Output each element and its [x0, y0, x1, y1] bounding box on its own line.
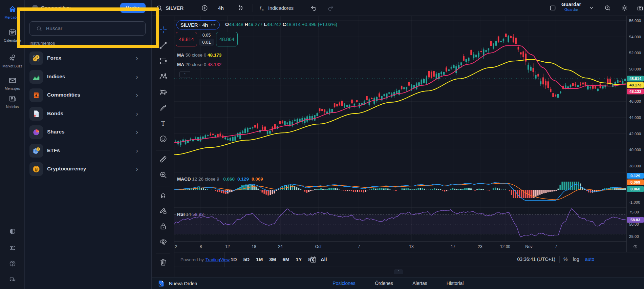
axis-settings-icon[interactable] [632, 244, 638, 250]
ma20-legend[interactable]: MA 20 close 0 48.132 [177, 62, 221, 67]
emoji-tool-button[interactable] [157, 133, 169, 145]
tab-posiciones[interactable]: Posiciones [332, 281, 356, 286]
rsi-legend[interactable]: RSI 14 58.83 [177, 212, 204, 217]
zoomin-tool-button[interactable] [157, 169, 169, 181]
sidebar-item-mensajes[interactable]: Mensajes [0, 76, 25, 90]
legend-collapse-button[interactable]: ⌃ [179, 71, 190, 78]
undo-button[interactable] [310, 0, 317, 16]
magnet-tool-button[interactable] [157, 189, 169, 201]
new-order-button[interactable]: Nueva Orden [157, 280, 197, 287]
indicators-button[interactable]: fx Indicadores [259, 0, 294, 16]
sidebar-item-calendario[interactable]: Calendario [0, 28, 25, 42]
instrument-row-commodities[interactable]: Commodities› [25, 88, 152, 105]
symbol-legend[interactable]: SILVER · 4h ••• [176, 20, 220, 29]
range-button-all[interactable]: All [320, 256, 328, 263]
range-button-1y[interactable]: 1Y [295, 256, 303, 263]
quick-search-button[interactable] [604, 0, 611, 16]
brush-tool-button[interactable] [157, 102, 169, 113]
toolbar-divider [231, 4, 231, 12]
fiblines-tool-button[interactable] [157, 55, 169, 67]
lock-icon [159, 222, 168, 231]
chevron-right-icon: › [136, 147, 138, 154]
candlestick-icon [237, 4, 244, 12]
sidebar-item-mercados[interactable]: Mercados [0, 5, 25, 19]
auto-scale-button[interactable]: auto [585, 256, 594, 262]
tradingview-link[interactable]: TradingView [206, 257, 230, 262]
hidedraw-tool-button[interactable] [157, 236, 169, 248]
range-button-5d[interactable]: 5D [242, 256, 251, 263]
crosshair-tool-button[interactable] [157, 24, 169, 36]
range-button-3m[interactable]: 3M [268, 256, 277, 263]
save-menu-button[interactable] [588, 0, 595, 16]
editlock-tool-button[interactable] [157, 205, 169, 216]
tab-alertas[interactable]: Alertas [412, 281, 427, 286]
axis-corner [626, 241, 644, 252]
instrument-tile: $ [29, 144, 43, 158]
sidebar-theme-contrast-button[interactable] [0, 228, 25, 236]
price-axis-label: 50.000 [629, 67, 641, 71]
instrument-row-shares[interactable]: Shares› [25, 125, 152, 142]
instrument-row-cryptocurrency[interactable]: BCryptocurrency› [25, 162, 152, 179]
trendline-tool-button[interactable] [157, 40, 169, 51]
trash-tool-button[interactable] [157, 256, 169, 268]
redo-button[interactable] [327, 0, 334, 16]
save-link[interactable]: Guardar [561, 7, 581, 12]
instrument-row-indices[interactable]: Indices› [25, 70, 152, 87]
svg-text:T: T [161, 120, 165, 127]
sidebar-item-noticias[interactable]: Noticias [0, 95, 25, 109]
indices-icon [32, 73, 41, 81]
clock[interactable]: 03:36:41 (UTC+1) [505, 256, 555, 262]
sell-button[interactable]: 48.814 [176, 32, 197, 46]
bottom-panel-collapse-button[interactable]: ⌃ [394, 269, 403, 274]
chart-area[interactable]: SILVER · 4h ••• O48.348 H49.277 L48.242 … [174, 16, 626, 241]
interval-button[interactable]: 4h [218, 0, 224, 16]
macd-legend[interactable]: MACD 12 26 close 9 0.0600.1290.069 [177, 177, 263, 182]
texttool-tool-button[interactable]: T [157, 118, 169, 129]
sidebar-item-market-buzz[interactable]: Market Buzz [0, 54, 25, 68]
price-axis[interactable]: 56.00054.00052.00050.00046.00044.00042.0… [626, 16, 644, 252]
brush-icon [159, 103, 168, 112]
time-axis[interactable]: 28121824Oct713172312:00Nov7 [174, 241, 626, 252]
instrument-row-forex[interactable]: $€Forex› [25, 51, 152, 68]
ruler-tool-button[interactable] [157, 153, 169, 165]
save-layout-button[interactable]: Guardar Guardar [561, 1, 581, 15]
legend-more-icon[interactable]: ••• [211, 23, 216, 27]
ma50-legend[interactable]: MA 50 close 0 48.173 [177, 53, 221, 58]
forecast-tool-button[interactable] [157, 86, 169, 98]
chat-icon [9, 276, 16, 283]
percent-scale-button[interactable]: % [563, 256, 567, 262]
search-box[interactable] [29, 21, 146, 36]
sidebar-support-chat-button[interactable] [0, 276, 25, 284]
time-axis-label: 7 [358, 244, 360, 249]
go-to-date-icon[interactable] [309, 255, 317, 264]
tab-historial[interactable]: Historial [447, 281, 464, 286]
chart-canvas[interactable] [174, 16, 626, 241]
done-button[interactable]: Hecho [120, 3, 146, 13]
sidebar-preferences-button[interactable] [0, 244, 25, 253]
compare-add-button[interactable] [201, 0, 208, 16]
chart-style-button[interactable] [237, 0, 244, 16]
range-button-6m[interactable]: 6M [281, 256, 290, 263]
range-button-1d[interactable]: 1D [230, 256, 238, 263]
instrument-row-etfs[interactable]: $ETFs› [25, 144, 152, 161]
snapshot-button[interactable] [637, 0, 644, 16]
price-axis-label: 42.000 [629, 132, 641, 136]
xabcd-tool-button[interactable] [157, 71, 169, 82]
search-input[interactable] [46, 25, 131, 32]
rsi-value: 58.83 [192, 212, 204, 217]
log-scale-button[interactable]: log [573, 256, 579, 262]
layout-button[interactable] [549, 0, 556, 16]
instrument-label: Commodities [47, 92, 80, 98]
instrument-row-bonds[interactable]: Bonds› [25, 107, 152, 124]
chart-settings-button[interactable] [621, 0, 628, 16]
lock-tool-button[interactable] [157, 221, 169, 232]
symbol-search-button[interactable]: SILVER [156, 0, 184, 16]
ma50-value: 48.173 [208, 53, 221, 58]
search-icon [36, 25, 42, 32]
time-axis-label: 17 [451, 244, 455, 249]
price-axis-label: -1.000 [629, 200, 640, 204]
buy-button[interactable]: 48.864 [216, 32, 238, 46]
tab-rdenes[interactable]: Órdenes [375, 281, 393, 286]
sidebar-help-button[interactable] [0, 260, 25, 268]
range-button-1m[interactable]: 1M [255, 256, 264, 263]
